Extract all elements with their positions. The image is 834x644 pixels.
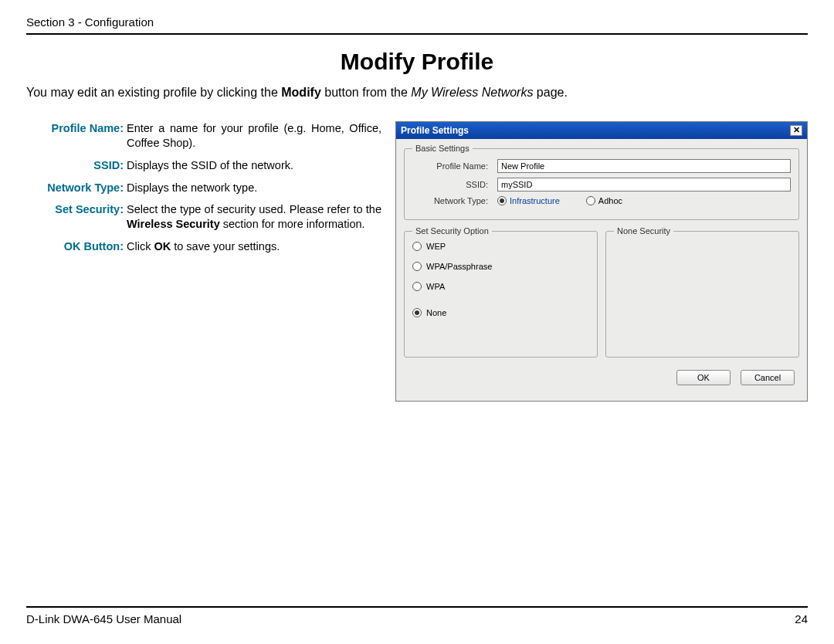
radio-none[interactable] bbox=[412, 308, 422, 317]
ok-button[interactable]: OK bbox=[676, 370, 731, 385]
ssid-input[interactable] bbox=[497, 178, 791, 192]
page-title: Modify Profile bbox=[26, 49, 808, 75]
def-label-network-type: Network Type: bbox=[26, 181, 127, 195]
radio-adhoc-label: Adhoc bbox=[598, 196, 622, 205]
def-desc-set-security-pre: Select the type of security used. Please… bbox=[127, 203, 381, 215]
def-label-profile-name: Profile Name: bbox=[26, 121, 127, 151]
dialog-title-text: Profile Settings bbox=[401, 125, 469, 136]
basic-settings-legend: Basic Settings bbox=[412, 144, 473, 153]
page-footer: D-Link DWA-645 User Manual 24 bbox=[26, 606, 808, 625]
section-header: Section 3 - Configuration bbox=[26, 15, 808, 35]
def-desc-profile-name: Enter a name for your profile (e.g. Home… bbox=[127, 121, 381, 151]
profile-name-label: Profile Name: bbox=[412, 161, 497, 171]
radio-wep-label: WEP bbox=[426, 242, 446, 251]
radio-wep[interactable] bbox=[412, 242, 422, 251]
profile-name-input[interactable] bbox=[497, 159, 791, 173]
footer-manual: D-Link DWA-645 User Manual bbox=[26, 612, 181, 625]
ssid-label: SSID: bbox=[412, 180, 497, 189]
none-security-legend: None Security bbox=[614, 226, 673, 236]
definition-list: Profile Name: Enter a name for your prof… bbox=[26, 121, 381, 262]
def-desc-ok-bold: OK bbox=[154, 240, 171, 253]
close-icon[interactable]: ✕ bbox=[790, 125, 802, 136]
basic-settings-group: Basic Settings Profile Name: SSID: Netwo… bbox=[404, 144, 799, 220]
def-desc-set-security-post: section for more information. bbox=[220, 218, 365, 230]
def-desc-ssid: Displays the SSID of the network. bbox=[127, 158, 381, 173]
radio-wpa[interactable] bbox=[412, 282, 422, 291]
radio-wpa-passphrase-label: WPA/Passphrase bbox=[426, 262, 492, 271]
intro-italic: My Wireless Networks bbox=[411, 86, 533, 99]
none-security-group: None Security bbox=[605, 226, 799, 358]
set-security-group: Set Security Option WEP WPA/Passphrase W… bbox=[404, 226, 598, 358]
intro-bold: Modify bbox=[281, 86, 321, 99]
def-desc-network-type: Displays the network type. bbox=[127, 181, 381, 195]
radio-infrastructure[interactable] bbox=[497, 196, 507, 205]
intro-mid: button from the bbox=[321, 86, 412, 99]
def-desc-ok-post: to save your settings. bbox=[171, 240, 280, 253]
radio-wpa-passphrase[interactable] bbox=[412, 262, 422, 271]
footer-page-number: 24 bbox=[795, 612, 808, 625]
radio-none-label: None bbox=[426, 308, 446, 317]
cancel-button[interactable]: Cancel bbox=[741, 370, 795, 385]
def-desc-ok-pre: Click bbox=[127, 240, 154, 253]
intro-post: page. bbox=[533, 86, 567, 99]
radio-infrastructure-label: Infrastructure bbox=[510, 196, 560, 205]
radio-adhoc[interactable] bbox=[586, 196, 595, 205]
def-desc-ok-button: Click OK to save your settings. bbox=[127, 239, 381, 254]
intro-pre: You may edit an existing profile by clic… bbox=[26, 86, 281, 99]
def-desc-set-security: Select the type of security used. Please… bbox=[127, 202, 381, 232]
def-label-ssid: SSID: bbox=[26, 158, 127, 173]
radio-wpa-label: WPA bbox=[426, 282, 445, 291]
def-desc-set-security-bold: Wireless Security bbox=[127, 218, 220, 230]
intro-paragraph: You may edit an existing profile by clic… bbox=[26, 86, 808, 100]
set-security-legend: Set Security Option bbox=[412, 226, 492, 236]
def-label-set-security: Set Security: bbox=[26, 202, 127, 232]
dialog-titlebar: Profile Settings ✕ bbox=[396, 122, 807, 139]
network-type-label: Network Type: bbox=[412, 196, 497, 205]
def-label-ok-button: OK Button: bbox=[26, 239, 127, 254]
profile-settings-dialog: Profile Settings ✕ Basic Settings Profil… bbox=[395, 121, 808, 402]
